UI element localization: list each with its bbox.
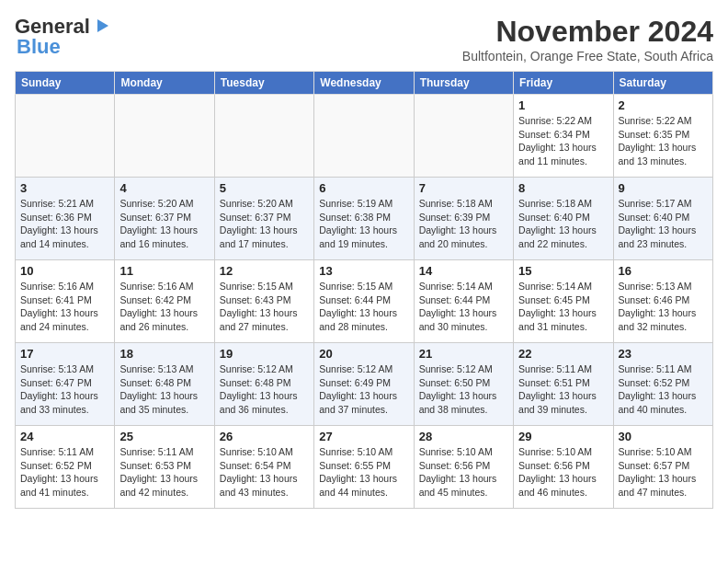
calendar-cell: 19Sunrise: 5:12 AMSunset: 6:48 PMDayligh… [214, 343, 313, 426]
day-info: Sunrise: 5:20 AMSunset: 6:37 PMDaylight:… [220, 197, 309, 251]
calendar-cell: 10Sunrise: 5:16 AMSunset: 6:41 PMDayligh… [16, 260, 115, 343]
calendar-cell: 21Sunrise: 5:12 AMSunset: 6:50 PMDayligh… [414, 343, 513, 426]
calendar-cell: 5Sunrise: 5:20 AMSunset: 6:37 PMDaylight… [214, 178, 313, 260]
day-info: Sunrise: 5:11 AMSunset: 6:52 PMDaylight:… [619, 362, 708, 417]
calendar-cell [414, 95, 513, 178]
weekday-header-monday: Monday [115, 72, 214, 95]
calendar-table: SundayMondayTuesdayWednesdayThursdayFrid… [15, 71, 713, 509]
weekday-header-tuesday: Tuesday [214, 72, 313, 95]
day-number: 20 [319, 347, 408, 361]
day-info: Sunrise: 5:10 AMSunset: 6:57 PMDaylight:… [619, 445, 708, 500]
day-number: 22 [518, 347, 608, 361]
calendar-cell: 8Sunrise: 5:18 AMSunset: 6:40 PMDaylight… [514, 178, 613, 260]
day-number: 6 [319, 181, 408, 195]
day-number: 5 [220, 181, 309, 195]
weekday-header-sunday: Sunday [16, 72, 115, 95]
calendar-cell: 15Sunrise: 5:14 AMSunset: 6:45 PMDayligh… [514, 260, 613, 343]
day-number: 7 [419, 181, 508, 195]
day-info: Sunrise: 5:12 AMSunset: 6:49 PMDaylight:… [319, 362, 408, 417]
calendar-cell: 11Sunrise: 5:16 AMSunset: 6:42 PMDayligh… [115, 260, 214, 343]
day-number: 2 [619, 98, 708, 112]
day-number: 16 [619, 264, 708, 278]
day-info: Sunrise: 5:10 AMSunset: 6:56 PMDaylight:… [518, 445, 608, 500]
calendar-cell: 13Sunrise: 5:15 AMSunset: 6:44 PMDayligh… [314, 260, 414, 343]
logo-blue: Blue [17, 35, 61, 59]
day-info: Sunrise: 5:13 AMSunset: 6:46 PMDaylight:… [619, 280, 708, 334]
calendar-cell: 12Sunrise: 5:15 AMSunset: 6:43 PMDayligh… [214, 260, 313, 343]
day-number: 4 [119, 181, 209, 195]
month-title: November 2024 [462, 15, 713, 49]
day-info: Sunrise: 5:13 AMSunset: 6:47 PMDaylight:… [20, 362, 109, 417]
day-number: 29 [518, 430, 608, 443]
calendar-cell: 28Sunrise: 5:10 AMSunset: 6:56 PMDayligh… [414, 426, 513, 509]
day-info: Sunrise: 5:10 AMSunset: 6:55 PMDaylight:… [319, 445, 408, 500]
calendar-cell: 22Sunrise: 5:11 AMSunset: 6:51 PMDayligh… [514, 343, 613, 426]
calendar-week-row: 17Sunrise: 5:13 AMSunset: 6:47 PMDayligh… [16, 343, 713, 426]
day-info: Sunrise: 5:21 AMSunset: 6:36 PMDaylight:… [20, 197, 109, 251]
day-info: Sunrise: 5:22 AMSunset: 6:35 PMDaylight:… [619, 114, 708, 168]
day-info: Sunrise: 5:13 AMSunset: 6:48 PMDaylight:… [119, 362, 209, 417]
day-number: 1 [518, 98, 608, 112]
day-number: 28 [419, 430, 508, 443]
day-number: 3 [20, 181, 109, 195]
svg-marker-0 [97, 19, 108, 32]
day-info: Sunrise: 5:15 AMSunset: 6:43 PMDaylight:… [220, 280, 309, 334]
day-info: Sunrise: 5:20 AMSunset: 6:37 PMDaylight:… [119, 197, 209, 251]
day-number: 13 [319, 264, 408, 278]
calendar-cell: 17Sunrise: 5:13 AMSunset: 6:47 PMDayligh… [16, 343, 115, 426]
calendar-cell: 29Sunrise: 5:10 AMSunset: 6:56 PMDayligh… [514, 426, 613, 509]
day-number: 24 [20, 430, 109, 443]
calendar-cell: 16Sunrise: 5:13 AMSunset: 6:46 PMDayligh… [613, 260, 712, 343]
day-info: Sunrise: 5:11 AMSunset: 6:52 PMDaylight:… [20, 445, 109, 500]
calendar-cell: 25Sunrise: 5:11 AMSunset: 6:53 PMDayligh… [115, 426, 214, 509]
calendar-cell: 26Sunrise: 5:10 AMSunset: 6:54 PMDayligh… [214, 426, 313, 509]
calendar-cell: 9Sunrise: 5:17 AMSunset: 6:40 PMDaylight… [613, 178, 712, 260]
calendar-cell [115, 95, 214, 178]
calendar-cell: 27Sunrise: 5:10 AMSunset: 6:55 PMDayligh… [314, 426, 414, 509]
weekday-header-friday: Friday [514, 72, 613, 95]
day-info: Sunrise: 5:18 AMSunset: 6:39 PMDaylight:… [419, 197, 508, 251]
calendar-cell: 23Sunrise: 5:11 AMSunset: 6:52 PMDayligh… [613, 343, 712, 426]
calendar-cell [214, 95, 313, 178]
day-info: Sunrise: 5:12 AMSunset: 6:48 PMDaylight:… [220, 362, 309, 417]
calendar-week-row: 24Sunrise: 5:11 AMSunset: 6:52 PMDayligh… [16, 426, 713, 509]
day-number: 26 [220, 430, 309, 443]
day-info: Sunrise: 5:16 AMSunset: 6:41 PMDaylight:… [20, 280, 109, 334]
day-info: Sunrise: 5:14 AMSunset: 6:44 PMDaylight:… [419, 280, 508, 334]
day-info: Sunrise: 5:15 AMSunset: 6:44 PMDaylight:… [319, 280, 408, 334]
day-number: 15 [518, 264, 608, 278]
day-number: 19 [220, 347, 309, 361]
calendar-cell: 4Sunrise: 5:20 AMSunset: 6:37 PMDaylight… [115, 178, 214, 260]
calendar-cell: 30Sunrise: 5:10 AMSunset: 6:57 PMDayligh… [613, 426, 712, 509]
day-info: Sunrise: 5:14 AMSunset: 6:45 PMDaylight:… [518, 280, 608, 334]
day-number: 27 [319, 430, 408, 443]
day-info: Sunrise: 5:17 AMSunset: 6:40 PMDaylight:… [619, 197, 708, 251]
day-number: 11 [119, 264, 209, 278]
day-info: Sunrise: 5:16 AMSunset: 6:42 PMDaylight:… [119, 280, 209, 334]
calendar-cell: 2Sunrise: 5:22 AMSunset: 6:35 PMDaylight… [613, 95, 712, 178]
day-info: Sunrise: 5:19 AMSunset: 6:38 PMDaylight:… [319, 197, 408, 251]
day-info: Sunrise: 5:10 AMSunset: 6:56 PMDaylight:… [419, 445, 508, 500]
calendar-cell: 7Sunrise: 5:18 AMSunset: 6:39 PMDaylight… [414, 178, 513, 260]
day-number: 10 [20, 264, 109, 278]
calendar-cell: 18Sunrise: 5:13 AMSunset: 6:48 PMDayligh… [115, 343, 214, 426]
day-info: Sunrise: 5:11 AMSunset: 6:53 PMDaylight:… [119, 445, 209, 500]
calendar-week-row: 10Sunrise: 5:16 AMSunset: 6:41 PMDayligh… [16, 260, 713, 343]
weekday-header-saturday: Saturday [613, 72, 712, 95]
day-number: 18 [119, 347, 209, 361]
day-number: 12 [220, 264, 309, 278]
logo-icon [92, 16, 112, 36]
day-number: 9 [619, 181, 708, 195]
day-number: 14 [419, 264, 508, 278]
page-header: General Blue November 2024 Bultfontein, … [15, 15, 713, 63]
calendar-cell [314, 95, 414, 178]
day-info: Sunrise: 5:11 AMSunset: 6:51 PMDaylight:… [518, 362, 608, 417]
calendar-header-row: SundayMondayTuesdayWednesdayThursdayFrid… [16, 72, 713, 95]
calendar-week-row: 3Sunrise: 5:21 AMSunset: 6:36 PMDaylight… [16, 178, 713, 260]
calendar-cell: 14Sunrise: 5:14 AMSunset: 6:44 PMDayligh… [414, 260, 513, 343]
calendar-cell: 1Sunrise: 5:22 AMSunset: 6:34 PMDaylight… [514, 95, 613, 178]
subtitle: Bultfontein, Orange Free State, South Af… [462, 49, 713, 63]
logo: General Blue [15, 15, 112, 59]
day-number: 23 [619, 347, 708, 361]
day-number: 8 [518, 181, 608, 195]
